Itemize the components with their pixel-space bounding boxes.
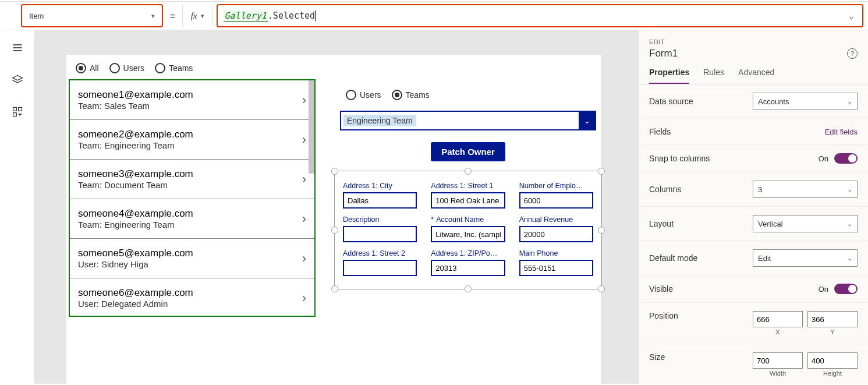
field-label: Address 1: Street 2 xyxy=(343,249,417,257)
field-input[interactable] xyxy=(431,192,505,209)
position-x-input[interactable] xyxy=(753,311,803,327)
formula-token-property: .Selected xyxy=(268,10,315,21)
gallery-item[interactable]: someone5@example.comUser: Sidney Higa› xyxy=(70,239,314,278)
gallery-item-title: someone3@example.com xyxy=(78,168,193,180)
form-field: Address 1: City xyxy=(343,182,417,209)
combobox-value: Engineering Team xyxy=(343,115,416,126)
field-input[interactable] xyxy=(519,192,593,209)
field-label: *Account Name xyxy=(431,216,505,224)
gallery-scrollbar[interactable] xyxy=(309,80,314,174)
field-input[interactable] xyxy=(343,260,417,276)
field-input[interactable] xyxy=(343,226,417,242)
selection-handle[interactable] xyxy=(465,285,472,292)
prop-fields-label: Fields xyxy=(649,127,671,136)
chevron-down-icon: ▾ xyxy=(151,12,155,20)
left-nav-rail xyxy=(0,30,35,384)
field-label: Address 1: Street 1 xyxy=(431,182,505,190)
field-input[interactable] xyxy=(519,226,593,242)
visible-toggle[interactable] xyxy=(834,284,858,294)
form-field: Address 1: Street 1 xyxy=(431,182,505,209)
radio-users[interactable]: Users xyxy=(109,63,145,73)
radio-all[interactable]: All xyxy=(76,63,99,73)
selected-control-name: Form1 xyxy=(649,48,678,59)
form-field: *Account Name xyxy=(431,216,505,242)
team-combobox[interactable]: Engineering Team ⌄ xyxy=(340,111,596,130)
chevron-right-icon: › xyxy=(302,132,306,147)
expand-formula-bar[interactable]: ⌄ xyxy=(849,10,856,21)
selection-handle[interactable] xyxy=(598,285,605,292)
edit-fields-link[interactable]: Edit fields xyxy=(825,128,858,136)
gallery-item[interactable]: someone6@example.comUser: Delegated Admi… xyxy=(70,278,314,317)
help-icon[interactable]: ? xyxy=(847,48,858,59)
selection-handle[interactable] xyxy=(331,285,338,292)
gallery-item[interactable]: someone3@example.comTeam: Document Team› xyxy=(70,160,314,199)
tab-rules[interactable]: Rules xyxy=(703,68,724,84)
chevron-down-icon: ⌄ xyxy=(847,255,852,262)
chevron-down-icon: ⌄ xyxy=(847,220,852,228)
prop-layout-label: Layout xyxy=(649,219,674,228)
properties-panel: EDIT Form1 ? Properties Rules Advanced D… xyxy=(638,30,868,384)
fx-label: fx xyxy=(191,11,197,21)
hamburger-icon[interactable] xyxy=(12,42,23,55)
gallery-item-subtitle: Team: Sales Team xyxy=(78,101,193,111)
chevron-right-icon: › xyxy=(302,211,306,227)
columns-select[interactable]: 3⌄ xyxy=(753,181,858,198)
property-selector[interactable]: Item ▾ xyxy=(21,4,163,27)
gallery-item-subtitle: Team: Engineering Team xyxy=(78,220,193,229)
selection-handle[interactable] xyxy=(465,168,472,175)
radio-teams[interactable]: Teams xyxy=(155,63,193,73)
data-source-select[interactable]: Accounts⌄ xyxy=(753,93,858,110)
edit-form-control[interactable]: Address 1: CityAddress 1: Street 1Number… xyxy=(334,171,602,289)
gallery-item-title: someone2@example.com xyxy=(78,129,193,140)
form-field: Address 1: Street 2 xyxy=(343,249,417,276)
selection-handle[interactable] xyxy=(598,227,605,234)
radio-teams-detail[interactable]: Teams xyxy=(392,90,430,100)
gallery-item[interactable]: someone1@example.comTeam: Sales Team› xyxy=(70,80,314,120)
gallery-item[interactable]: someone4@example.comTeam: Engineering Te… xyxy=(70,199,314,239)
apps-icon[interactable] xyxy=(12,106,23,119)
field-input[interactable] xyxy=(431,226,505,242)
chevron-down-icon: ⌄ xyxy=(847,186,852,193)
selection-handle[interactable] xyxy=(331,168,338,175)
tab-properties[interactable]: Properties xyxy=(649,68,689,84)
radio-users-detail[interactable]: Users xyxy=(346,90,381,100)
layout-select[interactable]: Vertical⌄ xyxy=(753,215,858,232)
chevron-down-icon[interactable]: ⌄ xyxy=(579,112,595,129)
size-height-input[interactable] xyxy=(807,352,858,369)
canvas-area[interactable]: All Users Teams someone1@example.comTeam… xyxy=(35,30,638,384)
field-label: Main Phone xyxy=(519,249,593,257)
gallery-item[interactable]: someone2@example.comTeam: Engineering Te… xyxy=(70,120,314,160)
text-cursor xyxy=(315,10,316,21)
gallery-item-subtitle: User: Sidney Higa xyxy=(78,259,193,269)
prop-columns-label: Columns xyxy=(649,185,681,194)
default-mode-select[interactable]: Edit⌄ xyxy=(753,249,858,267)
snap-toggle[interactable] xyxy=(834,153,858,164)
tab-advanced[interactable]: Advanced xyxy=(738,68,774,84)
detail-panel: Users Teams Engineering Team ⌄ Patch Own… xyxy=(334,90,602,289)
formula-bar: Item ▾ = fx ▾ Gallery1.Selected ⌄ xyxy=(0,1,868,30)
size-width-input[interactable] xyxy=(753,352,803,369)
selection-handle[interactable] xyxy=(598,168,605,175)
chevron-right-icon: › xyxy=(302,172,306,187)
field-input[interactable] xyxy=(431,260,505,276)
form-field: Description xyxy=(343,216,417,242)
patch-owner-button[interactable]: Patch Owner xyxy=(431,142,505,161)
fx-indicator[interactable]: fx ▾ xyxy=(182,5,213,27)
field-input[interactable] xyxy=(519,260,593,276)
position-y-input[interactable] xyxy=(807,311,858,327)
gallery-item-title: someone4@example.com xyxy=(78,208,193,220)
svg-rect-6 xyxy=(13,113,16,116)
field-label: Address 1: City xyxy=(343,182,417,190)
gallery-item-title: someone6@example.com xyxy=(78,287,193,299)
field-input[interactable] xyxy=(343,192,417,209)
property-selector-label: Item xyxy=(29,12,44,20)
form-field: Address 1: ZIP/Po… xyxy=(431,249,505,276)
formula-input[interactable]: Gallery1.Selected ⌄ xyxy=(217,4,863,27)
prop-default-mode-label: Default mode xyxy=(649,253,697,263)
selection-handle[interactable] xyxy=(331,227,338,234)
gallery-item-title: someone5@example.com xyxy=(78,248,193,259)
layers-icon[interactable] xyxy=(12,74,23,87)
gallery-control[interactable]: someone1@example.comTeam: Sales Team›som… xyxy=(69,79,316,317)
gallery-item-subtitle: Team: Document Team xyxy=(78,180,193,190)
required-indicator: * xyxy=(431,216,434,224)
